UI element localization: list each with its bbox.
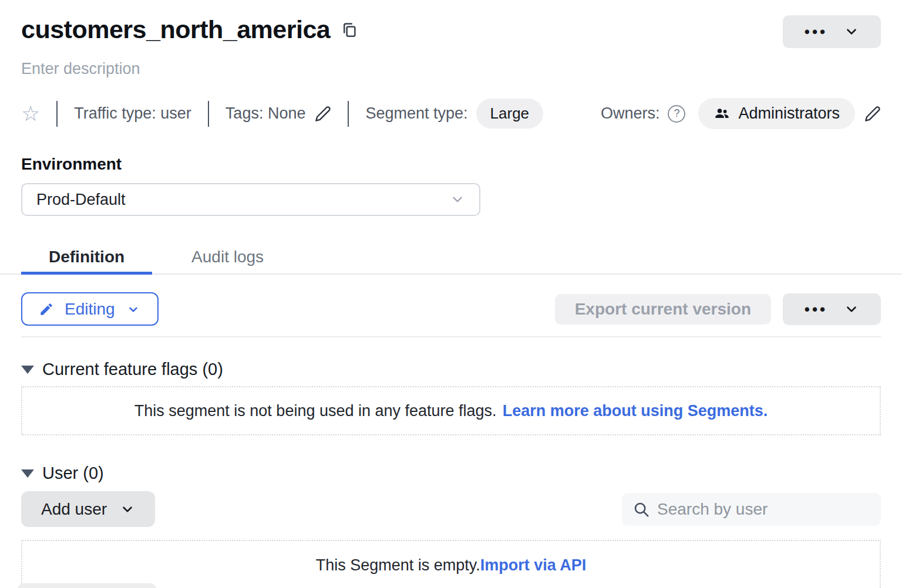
environment-selected-value: Prod-Default [36,191,126,209]
add-user-button[interactable]: Add user [21,491,155,527]
feature-flags-heading: Current feature flags (0) [42,360,223,379]
pencil-icon [39,302,54,317]
meta-row: ☆ Traffic type: user Tags: None Segment … [0,98,902,129]
editing-label: Editing [65,300,115,319]
search-by-user-input[interactable] [657,500,870,519]
copy-icon[interactable] [341,21,358,39]
export-current-version-button[interactable]: Export current version [555,294,771,325]
page-header: customers_north_america ••• [0,0,902,48]
page-title: customers_north_america [21,15,330,44]
editing-dropdown-button[interactable]: Editing [21,292,159,326]
add-user-label: Add user [41,500,107,519]
people-icon [713,106,730,122]
user-controls: Add user [0,491,902,527]
segment-type-label: Segment type: [365,104,467,123]
divider [348,101,349,127]
collapse-triangle-icon [21,469,34,478]
segment-empty-text: This Segment is empty. [316,556,480,575]
user-empty-state: This Segment is empty. Import via API [21,540,881,588]
tab-bar: Definition Audit logs [0,241,902,275]
chevron-down-icon [126,302,141,317]
environment-select[interactable]: Prod-Default [21,183,480,216]
traffic-type-label: Traffic type: user [74,104,191,123]
feature-flags-empty-state: This segment is not being used in any fe… [21,386,881,435]
more-icon: ••• [805,24,827,39]
feature-flags-empty-text: This segment is not being used in any fe… [134,402,497,420]
owners-group: Owners: ? Administrators [601,98,881,129]
help-icon[interactable]: ? [668,105,685,123]
edit-tags-pencil-icon[interactable] [315,106,331,122]
edit-owners-pencil-icon[interactable] [864,106,881,122]
chevron-down-icon [844,24,859,39]
header-more-actions-button[interactable]: ••• [783,15,881,48]
import-via-api-link[interactable]: Import via API [480,556,587,575]
learn-more-link[interactable]: Learn more about using Segments. [503,402,768,420]
chevron-down-icon [450,192,465,207]
divider [56,101,58,127]
tab-definition[interactable]: Definition [21,241,152,273]
tags-label: Tags: None [226,104,306,123]
toolbar-more-actions-button[interactable]: ••• [783,293,881,325]
divider [21,336,881,337]
owners-chip[interactable]: Administrators [698,98,855,129]
more-icon: ••• [805,302,827,317]
user-search [622,493,881,526]
description-placeholder[interactable]: Enter description [0,60,902,78]
favorite-star-icon[interactable]: ☆ [21,103,40,124]
collapse-triangle-icon [21,366,34,374]
divider [208,101,209,127]
owners-label: Owners: [601,104,660,123]
chevron-down-icon [844,302,859,317]
feature-flags-section-header[interactable]: Current feature flags (0) [0,360,902,379]
owners-value: Administrators [738,104,840,123]
cut-off-button [18,583,156,588]
segment-detail-page: customers_north_america ••• Enter descri… [0,0,902,588]
search-icon [632,501,650,518]
user-heading: User (0) [42,464,104,483]
segment-type-badge: Large [476,99,544,129]
definition-toolbar: Editing Export current version ••• [0,292,902,326]
chevron-down-icon [120,502,135,517]
user-section-header[interactable]: User (0) [0,464,902,483]
environment-label: Environment [0,155,902,174]
tab-audit-logs[interactable]: Audit logs [164,241,291,273]
